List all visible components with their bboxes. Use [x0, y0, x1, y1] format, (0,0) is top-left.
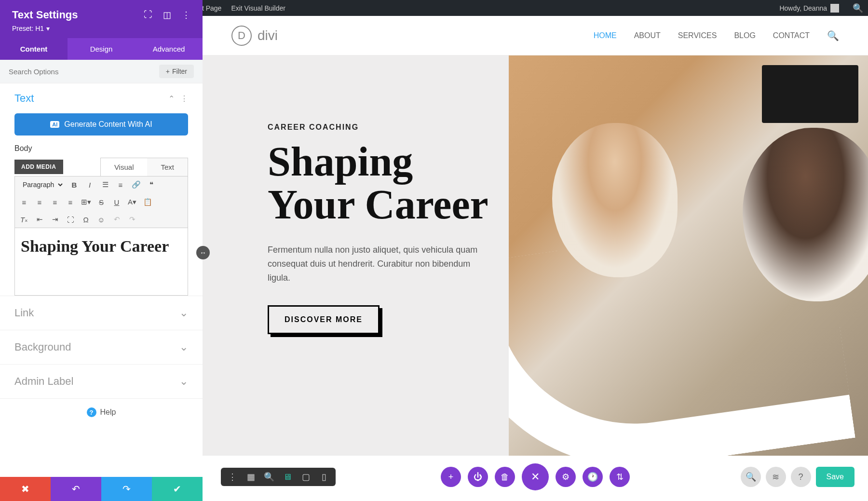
redo-footer-button[interactable]: ↷: [101, 477, 152, 501]
history-button[interactable]: 🕐: [583, 467, 603, 487]
nav-contact[interactable]: CONTACT: [773, 31, 810, 40]
align-justify-button[interactable]: ≡: [65, 197, 76, 207]
bold-button[interactable]: B: [69, 179, 80, 190]
zoom-icon[interactable]: 🔍: [263, 472, 275, 482]
chevron-down-icon: ▾: [46, 25, 50, 32]
search-icon[interactable]: 🔍: [853, 3, 863, 14]
mobile-icon[interactable]: ▯: [318, 472, 330, 482]
background-section[interactable]: Background⌄: [0, 330, 203, 364]
save-button[interactable]: Save: [816, 467, 854, 487]
preset-selector[interactable]: Preset: H1▾: [12, 25, 190, 32]
align-center-button[interactable]: ≡: [34, 197, 45, 207]
user-greeting-link[interactable]: Howdy, Deanna: [779, 4, 839, 13]
nav-blog[interactable]: BLOG: [734, 31, 755, 40]
wireframe-icon[interactable]: ▦: [245, 472, 257, 482]
fullscreen-button[interactable]: ⛶: [65, 214, 76, 225]
quote-button[interactable]: ❝: [146, 179, 157, 190]
close-button[interactable]: ✕: [522, 463, 549, 490]
sidebar-title: Text Settings: [12, 9, 78, 21]
filter-button[interactable]: +Filter: [159, 65, 194, 78]
bullet-list-button[interactable]: ☰: [100, 179, 110, 190]
filter-label: Filter: [172, 68, 187, 75]
chevron-down-icon: ⌄: [179, 341, 188, 353]
editor-mode-tabs: Visual Text: [100, 158, 188, 176]
table-button[interactable]: ⊞▾: [81, 197, 91, 207]
cta-button[interactable]: DISCOVER MORE: [268, 305, 380, 334]
sort-button[interactable]: ⇅: [610, 467, 630, 487]
omega-button[interactable]: Ω: [81, 214, 91, 225]
tab-advanced[interactable]: Advanced: [135, 38, 203, 60]
nav-services[interactable]: SERVICES: [678, 31, 717, 40]
primary-nav: HOME ABOUT SERVICES BLOG CONTACT 🔍: [594, 30, 839, 41]
help-button[interactable]: ?: [791, 467, 811, 487]
rich-text-toolbar: Paragraph B I ☰ ≡ 🔗 ❝ ≡ ≡ ≡ ≡ ⊞▾ S U A▾ …: [14, 176, 188, 228]
number-list-button[interactable]: ≡: [115, 179, 126, 190]
apply-button[interactable]: ✔: [152, 477, 203, 501]
settings-sidebar: Text Settings ⛶ ◫ ⋮ Preset: H1▾ Content …: [0, 0, 203, 501]
editor-tab-text[interactable]: Text: [147, 158, 188, 176]
greeting-text: Howdy, Deanna: [779, 4, 827, 12]
admin-label-section-label: Admin Label: [14, 375, 73, 388]
redo-button[interactable]: ↷: [127, 214, 137, 225]
undo-footer-button[interactable]: ↶: [51, 477, 101, 501]
cancel-button[interactable]: ✖: [0, 477, 51, 501]
add-media-button[interactable]: ADD MEDIA: [14, 160, 63, 174]
panel-icon[interactable]: ◫: [163, 10, 171, 20]
clear-format-button[interactable]: Tₓ: [19, 214, 29, 225]
nav-home[interactable]: HOME: [594, 31, 617, 40]
link-button[interactable]: 🔗: [131, 179, 141, 190]
undo-button[interactable]: ↶: [111, 214, 122, 225]
chevron-up-icon[interactable]: ⌃: [168, 94, 175, 103]
nav-about[interactable]: ABOUT: [634, 31, 661, 40]
kebab-icon[interactable]: ⋮: [180, 94, 188, 103]
search-tool-button[interactable]: 🔍: [741, 467, 761, 487]
power-button[interactable]: ⏻: [468, 467, 488, 487]
exit-builder-link[interactable]: Exit Visual Builder: [231, 4, 285, 12]
exit-builder-label: Exit Visual Builder: [231, 4, 285, 12]
paste-button[interactable]: 📋: [142, 197, 153, 207]
strikethrough-button[interactable]: S: [96, 197, 107, 207]
align-left-button[interactable]: ≡: [19, 197, 29, 207]
delete-button[interactable]: 🗑: [495, 467, 515, 487]
hero-image-column: [509, 55, 868, 456]
search-input[interactable]: [9, 68, 120, 76]
outdent-button[interactable]: ⇤: [34, 214, 45, 225]
logo[interactable]: D divi: [231, 26, 278, 46]
plus-icon: +: [166, 68, 170, 75]
underline-button[interactable]: U: [111, 197, 122, 207]
help-icon: ?: [87, 407, 96, 417]
kebab-icon[interactable]: ⋮: [182, 10, 190, 20]
tab-design[interactable]: Design: [68, 38, 135, 60]
editor-content-area[interactable]: Shaping Your Career: [14, 228, 188, 296]
emoji-button[interactable]: ☺: [96, 214, 107, 225]
text-section-title: Text: [14, 92, 34, 105]
view-toolbar: ⋮ ▦ 🔍 🖥 ▢ ▯: [221, 468, 336, 486]
hero-title[interactable]: Shaping Your Career: [268, 140, 489, 226]
expand-icon[interactable]: ⛶: [144, 10, 152, 20]
ai-badge-icon: AI: [50, 121, 59, 128]
text-section-header[interactable]: Text ⌃ ⋮: [0, 83, 203, 105]
align-right-button[interactable]: ≡: [50, 197, 60, 207]
nav-search-icon[interactable]: 🔍: [827, 30, 839, 41]
indent-button[interactable]: ⇥: [50, 214, 60, 225]
admin-label-section[interactable]: Admin Label⌄: [0, 364, 203, 398]
layers-button[interactable]: ≋: [766, 467, 786, 487]
tab-content[interactable]: Content: [0, 38, 68, 60]
generate-ai-button[interactable]: AI Generate Content With AI: [14, 113, 188, 135]
resize-handle[interactable]: ↔: [196, 246, 210, 259]
link-section[interactable]: Link⌄: [0, 296, 203, 330]
action-toolbar: + ⏻ 🗑 ✕ ⚙ 🕐 ⇅: [441, 463, 630, 490]
format-select[interactable]: Paragraph: [19, 179, 64, 190]
editor-tab-visual[interactable]: Visual: [101, 158, 148, 176]
body-label: Body: [0, 135, 203, 158]
settings-button[interactable]: ⚙: [556, 467, 576, 487]
tablet-icon[interactable]: ▢: [300, 472, 312, 482]
kebab-icon[interactable]: ⋮: [227, 472, 238, 482]
text-color-button[interactable]: A▾: [127, 197, 137, 207]
desktop-icon[interactable]: 🖥: [282, 472, 293, 482]
help-row[interactable]: ?Help: [0, 398, 203, 426]
person-2: [743, 128, 868, 301]
add-button[interactable]: +: [441, 467, 461, 487]
italic-button[interactable]: I: [84, 179, 95, 190]
help-label: Help: [100, 408, 116, 417]
